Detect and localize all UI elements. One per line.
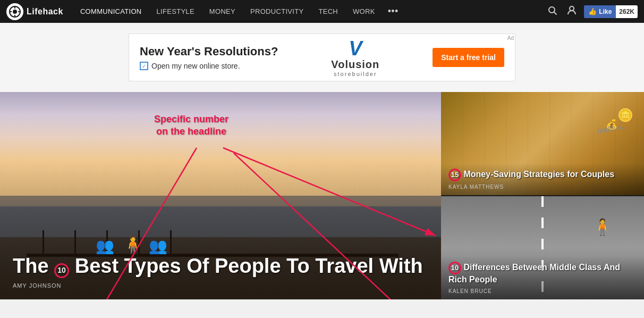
- logo-text: Lifehack: [27, 7, 63, 16]
- ad-checkbox-icon: ✓: [140, 62, 148, 70]
- ad-tag: Ad: [507, 35, 514, 41]
- nav-item-money[interactable]: MONEY: [202, 0, 243, 23]
- main-nav: COMMUNICATION LIFESTYLE MONEY PRODUCTIVI…: [73, 0, 546, 23]
- article-overlay-rich: 10 Differences Between Middle Class And …: [441, 256, 644, 299]
- articles-sidebar: 🪙 💰 make a... 15 Money-Saving Strategies…: [441, 92, 644, 299]
- ad-subtitle: ✓ Open my new online store.: [140, 62, 278, 70]
- article-overlay-money: 15 Money-Saving Strategies for Couples K…: [441, 163, 644, 195]
- header: Lifehack COMMUNICATION LIFESTYLE MONEY P…: [0, 0, 644, 23]
- svg-point-8: [570, 6, 574, 11]
- hero-author: AMY JOHNSON: [13, 282, 428, 289]
- hero-title-rest: Best Types Of People To Travel With: [69, 255, 423, 277]
- ad-logo-v: V: [349, 38, 362, 58]
- ad-logo: V Volusion storebuilder: [331, 38, 379, 77]
- logo-area[interactable]: Lifehack: [6, 3, 63, 20]
- ad-left-content: New Year's Resolutions? ✓ Open my new on…: [140, 45, 278, 70]
- article-card-rich[interactable]: 🧍 10 Differences Between Middle Class An…: [441, 196, 644, 299]
- ad-subtitle-text: Open my new online store.: [151, 62, 240, 70]
- article2-number-circle: 10: [448, 262, 461, 274]
- ad-logo-name: Volusion: [331, 58, 379, 71]
- hero-overlay: The 10 Best Types Of People To Travel Wi…: [0, 245, 441, 299]
- svg-point-1: [13, 10, 17, 14]
- ad-banner[interactable]: Ad New Year's Resolutions? ✓ Open my new…: [129, 34, 515, 81]
- facebook-like-button[interactable]: 👍 Like 262K: [584, 5, 638, 18]
- nav-item-lifestyle[interactable]: LIFESTYLE: [149, 0, 202, 23]
- hero-title-text: The: [13, 255, 54, 277]
- logo-icon: [6, 3, 23, 20]
- article2-author: KALEN BRUCE: [448, 288, 637, 294]
- article1-author: KAYLA MATTHEWS: [448, 184, 637, 190]
- nav-item-communication[interactable]: COMMUNICATION: [73, 0, 149, 23]
- hero-title: The 10 Best Types Of People To Travel Wi…: [13, 255, 428, 278]
- nav-more-button[interactable]: •••: [383, 0, 404, 23]
- ad-cta-button[interactable]: Start a free trial: [433, 48, 504, 67]
- article-card-money[interactable]: 🪙 💰 make a... 15 Money-Saving Strategies…: [441, 92, 644, 196]
- article-title-money: 15 Money-Saving Strategies for Couples: [448, 169, 637, 181]
- user-icon[interactable]: [565, 3, 579, 20]
- ad-container: Ad New Year's Resolutions? ✓ Open my new…: [0, 23, 644, 92]
- nav-item-tech[interactable]: TECH: [311, 0, 345, 23]
- nav-item-productivity[interactable]: PRODUCTIVITY: [243, 0, 311, 23]
- ad-logo-sub: storebuilder: [334, 71, 377, 77]
- hero-section[interactable]: 👥 🧍 👥 The 10 Best Types Of People To Tra…: [0, 92, 441, 299]
- article1-title-text: Money-Saving Strategies for Couples: [463, 170, 614, 179]
- nav-item-work[interactable]: WORK: [345, 0, 383, 23]
- header-right: 👍 Like 262K: [546, 3, 638, 20]
- article1-number-circle: 15: [448, 169, 461, 181]
- article-title-rich: 10 Differences Between Middle Class And …: [448, 262, 637, 286]
- search-icon[interactable]: [546, 4, 560, 20]
- hero-number-circle: 10: [54, 263, 69, 278]
- main-content: 👥 🧍 👥 The 10 Best Types Of People To Tra…: [0, 92, 644, 299]
- svg-line-7: [554, 12, 557, 14]
- ad-title: New Year's Resolutions?: [140, 45, 278, 58]
- article2-title-text: Differences Between Middle Class And Ric…: [448, 263, 620, 284]
